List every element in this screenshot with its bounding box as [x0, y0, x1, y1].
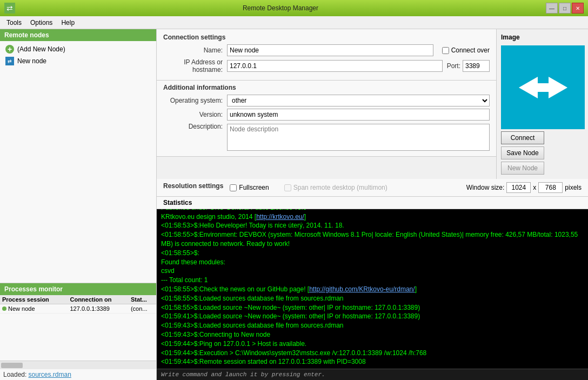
add-icon: +: [5, 45, 14, 54]
x-separator: x: [533, 184, 536, 191]
menu-tools[interactable]: Tools: [2, 18, 26, 28]
os-row: Operating system: other Windows Linux Ma…: [163, 95, 490, 106]
span-checkbox[interactable]: [284, 184, 291, 191]
port-row: Port:: [447, 60, 490, 72]
right-panel: Connection settings Name: Connect over I…: [157, 29, 588, 380]
tree-area: + (Add New Node) ⇄ New node: [0, 41, 156, 283]
fullscreen-checkbox[interactable]: [230, 184, 237, 191]
loaded-bar: Loaded: sources.rdman: [0, 369, 156, 380]
width-input[interactable]: [506, 182, 531, 193]
window-size-label: Window size:: [466, 184, 505, 191]
app-icon: ⇄: [4, 3, 15, 14]
connection-settings: Connection settings Name: Connect over I…: [157, 29, 496, 81]
terminal-line: <01:59:43>$:Connecting to New node: [161, 330, 584, 339]
terminal-line: <01:58:55>$:Check the news on our GitHub…: [161, 285, 584, 294]
new-node-button[interactable]: New Node: [501, 162, 544, 175]
left-panel: Remote nodes + (Add New Node) ⇄ New node…: [0, 29, 157, 380]
terminal-line: <01:59:41>$:Loaded source ~New node~ (sy…: [161, 312, 584, 321]
terminal-line: <01:59:44>$:Remote session started on 12…: [161, 357, 584, 366]
add-new-node-item[interactable]: + (Add New Node): [2, 43, 154, 55]
close-button[interactable]: ✕: [572, 3, 584, 14]
terminal-line: <01:59:44>$:Execution > C:\Windows\syste…: [161, 349, 584, 358]
remote-desktop-icon: [511, 66, 576, 109]
main-container: Remote nodes + (Add New Node) ⇄ New node…: [0, 29, 588, 380]
upper-right: Connection settings Name: Connect over I…: [157, 29, 588, 179]
terminal-line: <01:58:53>$:Hello Developer! Today is ni…: [161, 221, 584, 230]
process-session-cell: New node: [0, 304, 68, 314]
processes-table: Process session Connection on Stat... Ne…: [0, 295, 156, 361]
new-node-label: New node: [17, 57, 46, 65]
horizontal-scrollbar[interactable]: [0, 361, 156, 369]
connect-button[interactable]: Connect: [501, 131, 544, 144]
node-icon: ⇄: [5, 57, 14, 65]
image-box: [501, 45, 585, 129]
resolution-settings: Resolution settings Fullscreen Span remo…: [157, 179, 588, 197]
span-row: Span remote desktop (multimon): [284, 184, 387, 191]
additional-info: Additional informations Operating system…: [157, 81, 496, 157]
col-process-session: Process session: [0, 295, 68, 304]
terminal-line: <01:59:43>$:Loaded sources database file…: [161, 321, 584, 330]
table-row: New node 127.0.0.1:3389 (con...: [0, 304, 156, 314]
description-textarea[interactable]: [227, 124, 490, 151]
description-row: Description:: [163, 123, 490, 151]
version-label: Version:: [163, 111, 223, 118]
ip-input[interactable]: [227, 60, 443, 72]
version-input[interactable]: [227, 109, 490, 121]
statistics-title: Statistics: [157, 197, 588, 209]
titlebar: ⇄ Remote Desktop Manager — □ ✕: [0, 0, 588, 16]
window-title: Remote Desktop Manager: [15, 4, 546, 12]
connection-on-cell: 127.0.0.1:3389: [68, 304, 128, 314]
terminal-line: <01:58:55>$:Environment: DEVBOX (system:…: [161, 230, 584, 249]
connect-over-label: Connect over: [451, 46, 490, 54]
scrollbar-thumb: [1, 363, 23, 368]
image-section: Image Connect Save Node New Node: [496, 29, 588, 179]
maximize-button[interactable]: □: [559, 3, 571, 14]
window-size-row: Window size: x pixels: [466, 182, 582, 193]
connection-settings-title: Connection settings: [163, 34, 490, 41]
loaded-file[interactable]: sources.rdman: [28, 371, 71, 378]
menu-help[interactable]: Help: [57, 18, 79, 28]
height-input[interactable]: [538, 182, 563, 193]
remote-nodes-header: Remote nodes: [0, 29, 156, 41]
save-node-button[interactable]: Save Node: [501, 146, 544, 159]
description-label: Description:: [163, 123, 223, 130]
fullscreen-row: Fullscreen: [230, 184, 269, 191]
connect-over-checkbox[interactable]: [442, 47, 449, 54]
terminal-line: <01:58:55>$:: [161, 249, 584, 258]
new-node-item[interactable]: ⇄ New node: [2, 55, 154, 67]
terminal-link[interactable]: http://github.com/KRtkovo-eu/rdman/: [309, 285, 415, 293]
pixels-label: pixels: [565, 184, 582, 191]
port-label: Port:: [447, 62, 460, 70]
connect-over-row: Connect over: [442, 46, 490, 54]
terminal-line: csvd: [161, 266, 584, 276]
menu-options[interactable]: Options: [26, 18, 57, 28]
status-dot: [2, 306, 6, 311]
col-connection-on: Connection on: [68, 295, 128, 304]
status-cell: (con...: [129, 304, 156, 314]
minimize-button[interactable]: —: [546, 3, 558, 14]
port-input[interactable]: [463, 60, 490, 72]
add-new-node-label: (Add New Node): [17, 45, 65, 53]
processes-header: Processes monitor: [0, 283, 156, 295]
terminal-line: --- Total count: 1: [161, 276, 584, 285]
terminal-output[interactable]: Remote Desktop Manager shell [Version 0.…: [157, 209, 588, 369]
os-select[interactable]: other Windows Linux Mac OS: [227, 95, 490, 106]
ip-label: IP Address orhostname:: [163, 58, 223, 74]
version-row: Version:: [163, 109, 490, 121]
name-row: Name: Connect over: [163, 44, 490, 56]
span-label: Span remote desktop (multimon): [293, 184, 387, 191]
terminal-line: <01:58:55>$:Loaded sources database file…: [161, 294, 584, 303]
terminal-line: <01:58:55>$:Loaded source ~New node~ (sy…: [161, 303, 584, 312]
menubar: Tools Options Help: [0, 16, 588, 29]
fullscreen-label: Fullscreen: [239, 184, 269, 191]
resolution-title: Resolution settings: [163, 182, 223, 190]
col-status: Stat...: [129, 295, 156, 304]
window-controls: — □ ✕: [546, 3, 584, 14]
processes-panel: Processes monitor Process session Connec…: [0, 283, 156, 380]
terminal-line: Found these modules:: [161, 258, 584, 267]
terminal-input[interactable]: Write command and launch it by pressing …: [157, 369, 588, 380]
terminal-link[interactable]: http://krtkovo.eu/: [256, 213, 304, 221]
name-input[interactable]: [227, 44, 433, 56]
os-label: Operating system:: [163, 97, 223, 104]
upper-forms: Connection settings Name: Connect over I…: [157, 29, 496, 179]
